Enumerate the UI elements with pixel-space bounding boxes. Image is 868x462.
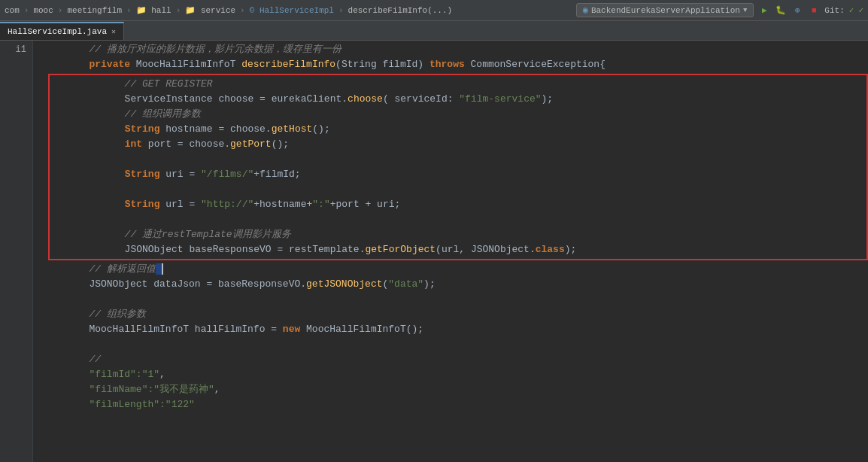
code-line-7: int port = choose.getPort(); <box>54 137 862 152</box>
code-line-18: // 组织参数 <box>42 307 868 322</box>
line-num-blank17 <box>0 289 32 303</box>
code-line-20 <box>42 337 868 352</box>
line-num-blank7 <box>0 144 32 158</box>
line-num-blank5 <box>0 115 32 129</box>
line-num-blank13 <box>0 231 32 245</box>
line-num-blank2 <box>0 71 32 86</box>
line-num-blank24 <box>0 390 32 404</box>
line-num-blank14 <box>0 245 32 260</box>
code-line-13: // 通过restTemplate调用影片服务 <box>54 227 862 242</box>
line-num-blank25 <box>0 404 32 418</box>
toolbar-right: ◉ BackendEurekaServerApplication ▼ ▶ 🐛 ⊕… <box>576 3 863 17</box>
git-label: Git: <box>824 6 844 15</box>
code-line-16: JSONObject dataJson = baseResponseVO.get… <box>42 277 868 292</box>
line-num-blank10 <box>0 187 32 202</box>
highlight-box: // GET REGISTER ServiceInstance choose =… <box>48 74 868 260</box>
breadcrumb-method[interactable]: describeFilmInfo(...) <box>348 6 453 15</box>
line-num-blank16 <box>0 274 32 288</box>
code-line-22: "filmId":"1", <box>42 367 868 382</box>
line-num-blank18 <box>0 303 32 318</box>
line-num-blank28 <box>0 448 32 462</box>
code-line-2: private MoocHallFilmInfoT describeFilmIn… <box>42 57 868 72</box>
line-num-blank8 <box>0 159 32 173</box>
code-line-15: // 解析返回值 <box>42 262 868 277</box>
code-line-4: ServiceInstance choose = eurekaClient.ch… <box>54 92 862 107</box>
breadcrumb-service[interactable]: 📁 service <box>185 5 235 15</box>
line-num-blank4 <box>0 101 32 115</box>
breadcrumb-mooc[interactable]: mooc <box>33 6 53 15</box>
coverage-button[interactable]: ⊕ <box>791 5 803 17</box>
line-num-blank19 <box>0 318 32 332</box>
code-line-5: // 组织调用参数 <box>54 107 862 122</box>
line-num-blank27 <box>0 433 32 448</box>
code-line-11: String url = "http://"+hostname+":"+port… <box>54 197 862 212</box>
code-line-21: // <box>42 352 868 367</box>
run-config-icon: ◉ <box>583 5 588 16</box>
line-num-blank9 <box>0 173 32 187</box>
git-check1: ✓ <box>849 5 854 15</box>
code-editor[interactable]: // 播放厅对应的影片数据，影片冗余数据，缓存里有一份 private Mooc… <box>33 41 868 462</box>
code-line-24: "filmLength":"122" <box>42 397 868 412</box>
code-line-14: JSONObject baseResponseVO = restTemplate… <box>54 242 862 257</box>
code-line-9: String uri = "/films/"+filmId; <box>54 167 862 182</box>
line-num-blank15 <box>0 260 32 274</box>
code-comment-1: // 播放厅对应的影片数据，影片冗余数据，缓存里有一份 <box>42 42 341 57</box>
line-num-blank11 <box>0 202 32 216</box>
editor-container: i1 // 播放厅对应的影片数据，影片冗余数据，缓 <box>0 41 868 462</box>
code-line-10 <box>54 182 862 197</box>
tab-label: HallServiceImpl.java <box>8 27 107 36</box>
breadcrumb-com[interactable]: com <box>5 6 20 15</box>
toolbar: com › mooc › meetingfilm › 📁 hall › 📁 se… <box>0 0 868 21</box>
line-num-blank23 <box>0 375 32 390</box>
tab-bar: HallServiceImpl.java ✕ <box>0 21 868 41</box>
code-line-17 <box>42 292 868 307</box>
line-num-blank12 <box>0 216 32 230</box>
line-num-blank26 <box>0 418 32 433</box>
code-line-12 <box>54 212 862 227</box>
stop-button[interactable]: ■ <box>808 5 820 17</box>
line-num-blank6 <box>0 129 32 144</box>
code-line-23: "filmName":"我不是药神", <box>42 382 868 397</box>
breadcrumb-meetingfilm[interactable]: meetingfilm <box>67 6 122 15</box>
line-gutter: i1 <box>0 41 33 462</box>
code-line-6: String hostname = choose.getHost(); <box>54 122 862 137</box>
code-line-8 <box>54 152 862 167</box>
run-config-label: BackendEurekaServerApplication <box>591 6 740 15</box>
line-num-blank22 <box>0 361 32 375</box>
line-num-blank3 <box>0 86 32 100</box>
code-line-1: // 播放厅对应的影片数据，影片冗余数据，缓存里有一份 <box>42 42 868 57</box>
line-num-blank20 <box>0 332 32 346</box>
run-button[interactable]: ▶ <box>758 5 770 17</box>
debug-button[interactable]: 🐛 <box>775 5 787 17</box>
tab-hallserviceimpl[interactable]: HallServiceImpl.java ✕ <box>0 22 124 40</box>
line-num-i1: i1 <box>0 42 32 57</box>
code-line-19: MoocHallFilmInfoT hallFilmInfo = new Moo… <box>42 322 868 337</box>
tab-close-icon[interactable]: ✕ <box>111 27 116 36</box>
git-check2: ✓ <box>858 5 863 15</box>
dropdown-arrow-icon: ▼ <box>743 7 747 14</box>
breadcrumb-hallserviceimpl[interactable]: © HallServiceImpl <box>250 6 334 15</box>
breadcrumb-hall[interactable]: 📁 hall <box>136 5 171 15</box>
code-line-3: // GET REGISTER <box>54 77 862 92</box>
line-num-blank1 <box>0 57 32 71</box>
run-config-selector[interactable]: ◉ BackendEurekaServerApplication ▼ <box>576 3 754 17</box>
line-num-blank21 <box>0 346 32 360</box>
